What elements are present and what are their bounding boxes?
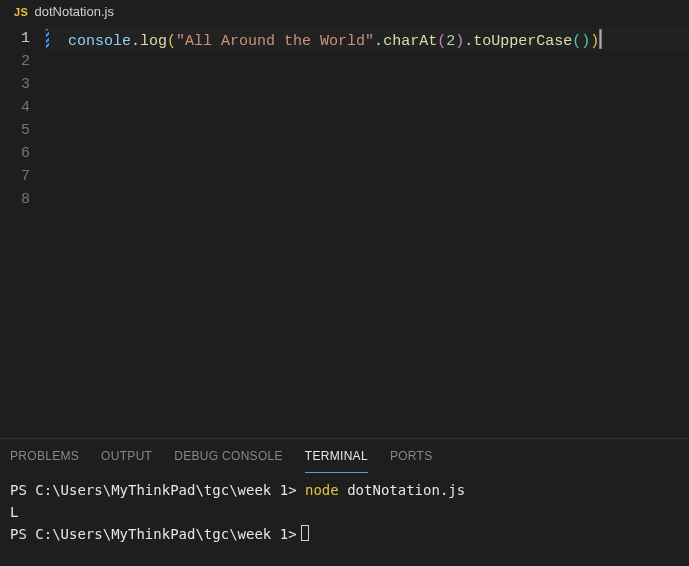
tab-ports[interactable]: PORTS: [390, 439, 433, 473]
js-file-icon: JS: [14, 6, 28, 18]
terminal-cursor: [301, 525, 309, 541]
token-dot: .: [131, 33, 140, 50]
code-line[interactable]: [44, 188, 689, 211]
panel-tab-bar: PROBLEMS OUTPUT DEBUG CONSOLE TERMINAL P…: [0, 439, 689, 473]
token-dot: .: [374, 33, 383, 50]
token-paren-close: ): [455, 33, 464, 50]
token-string: "All Around the World": [176, 33, 374, 50]
terminal-ps: PS: [10, 526, 35, 542]
terminal-line: PS C:\Users\MyThinkPad\tgc\week 1>: [10, 523, 679, 545]
token-method: log: [140, 33, 167, 50]
code-line[interactable]: [44, 119, 689, 142]
line-number-gutter: 1 2 3 4 5 6 7 8: [0, 23, 44, 438]
terminal-ps: PS: [10, 482, 35, 498]
line-number: 4: [0, 96, 44, 119]
code-line-1[interactable]: console.log("All Around the World".charA…: [44, 27, 689, 50]
editor-cursor: [600, 30, 601, 48]
tab-output[interactable]: OUTPUT: [101, 439, 152, 473]
line-number: 6: [0, 142, 44, 165]
line-number: 1: [0, 27, 44, 50]
token-number: 2: [446, 33, 455, 50]
editor-tab-bar: JS dotNotation.js: [0, 0, 689, 23]
terminal-line: PS C:\Users\MyThinkPad\tgc\week 1> node …: [10, 479, 679, 501]
tab-problems[interactable]: PROBLEMS: [10, 439, 79, 473]
token-paren-close: ): [581, 33, 590, 50]
token-method: charAt: [383, 33, 437, 50]
line-number: 8: [0, 188, 44, 211]
modified-gutter-mark: [46, 29, 49, 48]
tab-filename: dotNotation.js: [34, 4, 114, 19]
token-paren-open: (: [572, 33, 581, 50]
editor-tab-dotnotation[interactable]: JS dotNotation.js: [6, 0, 122, 23]
code-area[interactable]: console.log("All Around the World".charA…: [44, 23, 689, 438]
terminal-path: C:\Users\MyThinkPad\tgc\week 1>: [35, 482, 305, 498]
terminal-body[interactable]: PS C:\Users\MyThinkPad\tgc\week 1> node …: [0, 473, 689, 566]
token-paren-close: ): [590, 33, 599, 50]
token-paren-open: (: [167, 33, 176, 50]
line-number: 3: [0, 73, 44, 96]
line-number: 7: [0, 165, 44, 188]
code-editor[interactable]: 1 2 3 4 5 6 7 8 console.log("All Around …: [0, 23, 689, 438]
terminal-path: C:\Users\MyThinkPad\tgc\week 1>: [35, 526, 296, 542]
token-method: toUpperCase: [473, 33, 572, 50]
code-line[interactable]: [44, 50, 689, 73]
code-line[interactable]: [44, 73, 689, 96]
terminal-line: L: [10, 501, 679, 523]
token-paren-open: (: [437, 33, 446, 50]
terminal-arg: dotNotation.js: [339, 482, 465, 498]
bottom-panel: PROBLEMS OUTPUT DEBUG CONSOLE TERMINAL P…: [0, 438, 689, 566]
code-line[interactable]: [44, 142, 689, 165]
code-line[interactable]: [44, 96, 689, 119]
line-number: 5: [0, 119, 44, 142]
token-dot: .: [464, 33, 473, 50]
code-line[interactable]: [44, 165, 689, 188]
token-object: console: [68, 33, 131, 50]
terminal-command: node: [305, 482, 339, 498]
tab-debug-console[interactable]: DEBUG CONSOLE: [174, 439, 283, 473]
line-number: 2: [0, 50, 44, 73]
tab-terminal[interactable]: TERMINAL: [305, 439, 368, 473]
